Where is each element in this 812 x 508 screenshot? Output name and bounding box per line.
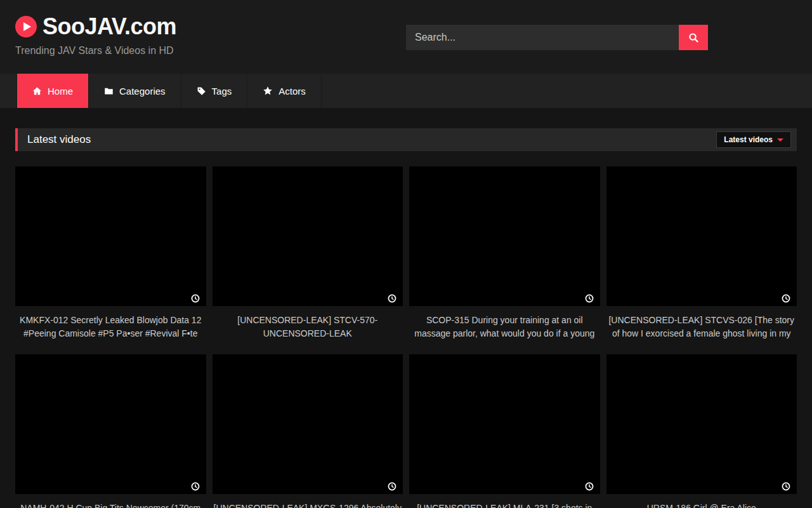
video-title[interactable]: SCOP-315 During your training at an oil … — [409, 314, 600, 340]
sort-dropdown-button[interactable]: Latest videos — [716, 131, 791, 148]
nav-item-actors[interactable]: Actors — [247, 74, 322, 108]
search-input[interactable] — [406, 25, 679, 50]
sort-dropdown-label: Latest videos — [724, 135, 773, 144]
nav-item-tags[interactable]: Tags — [181, 74, 248, 108]
folder-icon — [104, 86, 114, 96]
site-tagline: Trending JAV Stars & Videos in HD — [15, 45, 176, 57]
video-card[interactable]: [UNCENSORED-LEAK] STCV-570-UNCENSORED-LE… — [213, 166, 403, 340]
clock-icon — [585, 482, 594, 491]
video-title[interactable]: [UNCENSORED-LEAK] STCV-570-UNCENSORED-LE… — [213, 314, 403, 340]
nav-item-home[interactable]: Home — [16, 74, 89, 108]
video-card[interactable]: SCOP-315 During your training at an oil … — [409, 166, 600, 340]
video-thumbnail[interactable] — [15, 354, 206, 494]
main-content: Latest videos Latest videos KMKFX-012 Se… — [0, 128, 812, 508]
clock-icon — [782, 482, 790, 491]
video-card[interactable]: [UNCENSORED-LEAK] STCVS-026 [The story o… — [606, 166, 797, 340]
main-nav: Home Categories Tags Actors — [0, 74, 812, 108]
clock-icon — [191, 294, 200, 303]
clock-icon — [782, 294, 790, 303]
clock-icon — [585, 294, 594, 303]
nav-item-label: Categories — [119, 86, 166, 97]
search-icon — [688, 32, 699, 43]
nav-item-label: Home — [48, 86, 73, 97]
section-header: Latest videos Latest videos — [15, 128, 797, 151]
section-accent-bar — [15, 128, 18, 151]
search-button[interactable] — [679, 25, 708, 50]
brand-name: SooJAV.com — [43, 15, 176, 38]
play-icon — [15, 16, 37, 37]
site-logo[interactable]: SooJAV.com Trending JAV Stars & Videos i… — [15, 15, 176, 57]
video-card[interactable]: URSM-186 Girl @ Era Alice — [606, 354, 797, 508]
clock-icon — [388, 294, 396, 303]
star-icon — [263, 86, 273, 96]
video-card[interactable]: [UNCENSORED-LEAK] MXGS-1296 Absolutely — [213, 354, 403, 508]
nav-item-label: Tags — [212, 86, 232, 97]
video-title[interactable]: [UNCENSORED-LEAK] STCVS-026 [The story o… — [606, 314, 797, 340]
caret-down-icon — [777, 138, 783, 142]
search-bar — [406, 25, 708, 50]
video-thumbnail[interactable] — [213, 166, 403, 306]
clock-icon — [191, 482, 200, 491]
video-thumbnail[interactable] — [606, 354, 797, 494]
video-card[interactable]: KMKFX-012 Secretly Leaked Blowjob Data 1… — [15, 166, 206, 340]
home-icon — [32, 86, 42, 96]
video-thumbnail[interactable] — [409, 166, 600, 306]
video-title[interactable]: [UNCENSORED-LEAK] MXGS-1296 Absolutely — [213, 502, 403, 508]
video-title[interactable]: URSM-186 Girl @ Era Alice — [606, 502, 797, 508]
nav-item-categories[interactable]: Categories — [89, 74, 181, 108]
video-title[interactable]: [UNCENSORED-LEAK] MLA-231 [3 shots in — [409, 502, 600, 508]
video-card[interactable]: [UNCENSORED-LEAK] MLA-231 [3 shots in — [409, 354, 600, 508]
nav-item-label: Actors — [278, 86, 306, 97]
video-card[interactable]: NAMH-042 H Cup Big Tits Newcomer (170cm … — [15, 354, 206, 508]
section-title: Latest videos — [27, 133, 91, 146]
video-thumbnail[interactable] — [213, 354, 403, 494]
video-thumbnail[interactable] — [606, 166, 797, 306]
tag-icon — [197, 86, 206, 96]
site-header: SooJAV.com Trending JAV Stars & Videos i… — [0, 0, 812, 74]
video-grid: KMKFX-012 Secretly Leaked Blowjob Data 1… — [15, 166, 797, 508]
video-thumbnail[interactable] — [15, 166, 206, 306]
video-thumbnail[interactable] — [409, 354, 600, 494]
video-title[interactable]: NAMH-042 H Cup Big Tits Newcomer (170cm … — [15, 502, 206, 508]
clock-icon — [388, 482, 396, 491]
video-title[interactable]: KMKFX-012 Secretly Leaked Blowjob Data 1… — [15, 314, 206, 340]
